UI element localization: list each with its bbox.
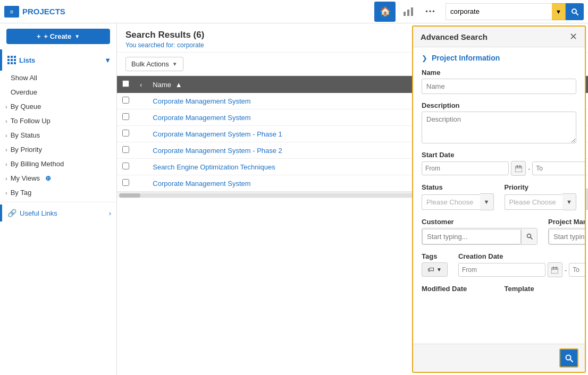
- creation-date-from-cal-button[interactable]: [548, 262, 562, 277]
- description-row: Description: [422, 101, 576, 143]
- name-label: Name: [422, 69, 576, 76]
- name-input[interactable]: [422, 79, 576, 94]
- sidebar-item-my-views[interactable]: › My Views ⊕: [0, 171, 116, 185]
- name-row: Name: [422, 69, 576, 94]
- status-priority-row: Status Please Choose ▼ Priority Plea: [422, 183, 576, 210]
- select-all-checkbox[interactable]: [122, 80, 129, 87]
- row-6-checkbox-cell[interactable]: [117, 175, 135, 192]
- by-billing-label: By Billing Method: [11, 160, 64, 168]
- priority-select[interactable]: Please Choose: [505, 194, 563, 210]
- svg-rect-11: [7, 62, 10, 64]
- more-button[interactable]: •••: [421, 2, 440, 21]
- row-5-checkbox-cell[interactable]: [117, 159, 135, 175]
- sidebar-item-by-status[interactable]: › By Status: [0, 128, 116, 142]
- advanced-search-panel: Advanced Search ✕ ❯ Project Information …: [412, 25, 586, 373]
- date-dash: -: [565, 266, 567, 274]
- start-date-from-input[interactable]: [422, 161, 509, 175]
- row-5-checkbox[interactable]: [122, 163, 129, 169]
- search-input[interactable]: [446, 3, 552, 20]
- customer-input[interactable]: [422, 229, 521, 244]
- row-3-name-link[interactable]: Corporate Management System - Phase 1: [153, 130, 282, 138]
- sidebar-item-overdue[interactable]: Overdue: [0, 85, 116, 99]
- row-4-checkbox-cell[interactable]: [117, 142, 135, 159]
- tags-group: Tags 🏷 ▼: [422, 252, 448, 277]
- row-5-name-link[interactable]: Search Engine Optimization Techniques: [153, 163, 275, 171]
- description-input[interactable]: [422, 112, 576, 143]
- by-tag-label: By Tag: [11, 189, 32, 197]
- modified-date-label: Modified Date: [422, 285, 494, 293]
- advanced-search-close-button[interactable]: ✕: [569, 32, 577, 41]
- row-6-checkbox[interactable]: [122, 179, 129, 186]
- row-1-name-link[interactable]: Corporate Management System: [153, 97, 250, 105]
- start-date-from-calendar-button[interactable]: [511, 161, 526, 176]
- project-manager-input[interactable]: [549, 229, 585, 244]
- top-navigation: ≡ PROJECTS 🏠 ••• ▼: [0, 0, 588, 23]
- row-4-name-link[interactable]: Corporate Management System - Phase 2: [153, 147, 282, 155]
- create-plus-icon: +: [37, 32, 41, 40]
- creation-date-from-input[interactable]: [458, 263, 545, 277]
- advanced-search-footer: [413, 344, 585, 372]
- sidebar-divider: [0, 202, 116, 202]
- close-icon: ✕: [569, 31, 577, 42]
- create-label: + Create: [44, 32, 72, 40]
- subtitle-query: corporate: [177, 41, 204, 49]
- priority-label: Priority: [505, 183, 577, 191]
- creation-date-range: -: [458, 262, 585, 277]
- sidebar-item-to-follow-up[interactable]: › To Follow Up: [0, 114, 116, 128]
- sidebar-item-by-queue[interactable]: › By Queue: [0, 99, 116, 114]
- row-4-checkbox[interactable]: [122, 146, 129, 153]
- row-2-checkbox[interactable]: [122, 113, 129, 120]
- customer-search-button[interactable]: [521, 228, 537, 244]
- row-3-checkbox[interactable]: [122, 130, 129, 137]
- more-icon: •••: [425, 7, 436, 15]
- search-submit-button[interactable]: [566, 3, 584, 20]
- section-toggle-icon[interactable]: ❯: [422, 54, 427, 62]
- sidebar-item-by-tag[interactable]: › By Tag: [0, 185, 116, 200]
- by-priority-arrow-icon: ›: [5, 147, 7, 153]
- row-2-checkbox-cell[interactable]: [117, 109, 135, 126]
- tags-tag-icon: 🏷: [427, 266, 434, 274]
- my-views-label: My Views: [11, 174, 40, 182]
- template-label: Template: [505, 285, 577, 293]
- select-all-header[interactable]: [117, 76, 135, 93]
- to-follow-up-arrow-icon: ›: [5, 118, 7, 124]
- sidebar-item-show-all[interactable]: Show All: [0, 71, 116, 85]
- app-name: PROJECTS: [22, 7, 65, 16]
- lists-section-header[interactable]: Lists ▼: [7, 54, 111, 66]
- create-chevron-icon: ▼: [74, 33, 80, 39]
- sidebar-item-useful-links[interactable]: 🔗 Useful Links ›: [0, 204, 116, 221]
- template-group: Template: [505, 285, 577, 293]
- home-button[interactable]: 🏠: [374, 2, 396, 22]
- by-status-arrow-icon: ›: [5, 132, 7, 139]
- tags-label: Tags: [422, 252, 448, 260]
- row-6-name-link[interactable]: Corporate Management System: [153, 180, 250, 188]
- project-info-section-header: ❯ Project Information: [422, 54, 576, 62]
- row-1-checkbox[interactable]: [122, 97, 129, 104]
- chart-button[interactable]: [399, 2, 418, 21]
- tags-dropdown-icon: ▼: [436, 267, 442, 272]
- row-3-checkbox-cell[interactable]: [117, 126, 135, 142]
- start-date-to-input[interactable]: [532, 161, 585, 175]
- advanced-search-submit-button[interactable]: [559, 348, 578, 368]
- create-button[interactable]: + + Create ▼: [6, 29, 110, 44]
- row-1-checkbox-cell[interactable]: [117, 93, 135, 109]
- status-select[interactable]: Please Choose: [422, 194, 480, 210]
- row-2-name-link[interactable]: Corporate Management System: [153, 114, 250, 122]
- creation-date-to-input[interactable]: [569, 263, 585, 277]
- sidebar: + + Create ▼ Lists ▼ Show All Overdue › …: [0, 23, 117, 375]
- calendar-icon: [515, 165, 522, 172]
- bulk-actions-button[interactable]: Bulk Actions ▼: [125, 57, 183, 71]
- search-dropdown-button[interactable]: ▼: [552, 3, 566, 20]
- sidebar-item-by-priority[interactable]: › By Priority: [0, 142, 116, 157]
- name-col-label: Name: [153, 81, 171, 89]
- priority-select-arrow-icon[interactable]: ▼: [562, 193, 576, 210]
- scrollbar-thumb: [119, 193, 140, 198]
- tags-button[interactable]: 🏷 ▼: [422, 262, 448, 277]
- svg-rect-10: [14, 59, 16, 61]
- status-select-arrow-icon[interactable]: ▼: [480, 193, 494, 210]
- by-queue-arrow-icon: ›: [5, 104, 7, 110]
- sidebar-item-by-billing-method[interactable]: › By Billing Method: [0, 157, 116, 171]
- customer-group: Customer: [422, 218, 537, 245]
- lists-section: Lists ▼: [0, 49, 116, 71]
- modified-date-template-row: Modified Date Template: [422, 285, 576, 293]
